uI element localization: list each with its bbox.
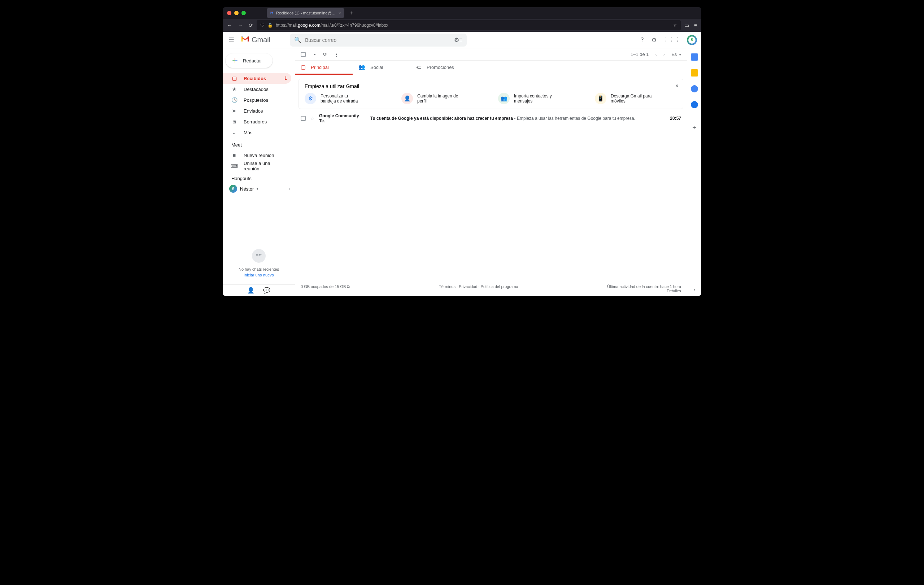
select-all-dropdown[interactable]: ▾ bbox=[314, 53, 316, 56]
video-icon: ■ bbox=[231, 152, 237, 158]
maximize-window-button[interactable] bbox=[241, 11, 246, 15]
sidebar-item-starred[interactable]: ★ Destacados bbox=[223, 84, 291, 94]
browser-window: Recibidos (1) - mastutsonline@… × + ← → … bbox=[223, 7, 701, 296]
gmail-favicon bbox=[270, 11, 274, 15]
hangouts-status-dropdown[interactable]: ▾ bbox=[257, 187, 258, 191]
help-icon[interactable]: ？ bbox=[639, 36, 645, 44]
email-subject-line: Tu cuenta de Google ya está disponible: … bbox=[370, 116, 635, 121]
terms-link[interactable]: Términos bbox=[439, 284, 455, 289]
search-box[interactable]: 🔍 ⚙≡ bbox=[290, 33, 467, 46]
start-new-chat-link[interactable]: Iniciar uno nuevo bbox=[244, 273, 274, 277]
sidebar-item-inbox[interactable]: ▢ Recibidos 1 bbox=[223, 73, 291, 84]
main-menu-icon[interactable]: ☰ bbox=[227, 35, 236, 46]
category-tabs: ▢ Principal 👥 Social 🏷 Promociones bbox=[295, 61, 687, 75]
sidebar-item-more[interactable]: ⌄ Más bbox=[223, 127, 291, 138]
shield-icon[interactable]: 🛡 bbox=[260, 23, 264, 28]
keep-addon-icon[interactable] bbox=[691, 69, 698, 76]
browser-menu-icon[interactable]: ≡ bbox=[694, 22, 697, 28]
privacy-link[interactable]: Privacidad bbox=[459, 284, 477, 289]
account-avatar[interactable]: S bbox=[687, 35, 697, 45]
addressbar: ← → ⟳ 🛡 🔒 https://mail.google.com/mail/u… bbox=[223, 19, 701, 32]
sidebar-item-drafts[interactable]: 🗎 Borradores bbox=[223, 116, 291, 127]
hangouts-tab-icon[interactable]: 💬 bbox=[263, 287, 271, 294]
gmail-logo[interactable]: Gmail bbox=[241, 36, 271, 44]
tab-primary[interactable]: ▢ Principal bbox=[295, 61, 353, 75]
policy-link[interactable]: Política del programa bbox=[481, 284, 518, 289]
url-text: https://mail.google.com/mail/u/0/?zx=4n7… bbox=[276, 23, 670, 28]
keyboard-icon: ⌨ bbox=[231, 163, 237, 169]
back-button[interactable]: ← bbox=[227, 22, 232, 28]
get-addons-button[interactable]: + bbox=[692, 124, 696, 132]
reader-icon[interactable]: ▭ bbox=[684, 22, 689, 28]
compose-label: Redactar bbox=[243, 58, 262, 64]
close-tab-button[interactable]: × bbox=[338, 11, 342, 15]
gs-download-mobile[interactable]: 📱 Descarga Gmail para móviles bbox=[595, 93, 677, 104]
tab-promotions[interactable]: 🏷 Promociones bbox=[410, 61, 468, 75]
chat-bubble-icon: ❝❞ bbox=[252, 249, 266, 263]
inbox-icon: ▢ bbox=[231, 76, 237, 81]
hangouts-new-chat-button[interactable]: + bbox=[288, 186, 290, 192]
url-bar[interactable]: 🛡 🔒 https://mail.google.com/mail/u/0/?zx… bbox=[257, 20, 681, 30]
compose-plus-icon bbox=[231, 57, 239, 65]
minimize-window-button[interactable] bbox=[234, 11, 239, 15]
import-icon: 👥 bbox=[498, 93, 510, 104]
gs-customize-inbox[interactable]: ⚙ Personaliza tu bandeja de entrada bbox=[305, 93, 387, 104]
email-sender: Google Community Te. bbox=[319, 113, 366, 124]
hangouts-user-row[interactable]: S Néstor ▾ + bbox=[223, 183, 295, 194]
sidebar-item-sent[interactable]: ➤ Enviados bbox=[223, 105, 291, 116]
tab-social[interactable]: 👥 Social bbox=[353, 61, 410, 75]
open-external-icon[interactable]: ⧉ bbox=[347, 284, 350, 289]
send-icon: ➤ bbox=[231, 108, 237, 114]
sidebar-item-snoozed[interactable]: 🕓 Pospuestos bbox=[223, 94, 291, 105]
meet-join-meeting[interactable]: ⌨ Unirse a una reunión bbox=[223, 161, 291, 171]
close-window-button[interactable] bbox=[227, 11, 231, 15]
search-filters-icon[interactable]: ⚙≡ bbox=[454, 36, 462, 43]
nav-controls: ← → ⟳ bbox=[227, 22, 253, 28]
gs-close-button[interactable]: × bbox=[675, 82, 678, 89]
star-toggle[interactable]: ☆ bbox=[310, 115, 315, 121]
tag-icon: 🏷 bbox=[416, 64, 422, 70]
storage-info[interactable]: 0 GB ocupados de 15 GB ⧉ bbox=[301, 284, 350, 293]
input-tools-button[interactable]: Es ▾ bbox=[672, 52, 681, 57]
email-checkbox[interactable] bbox=[301, 116, 306, 121]
browser-tab[interactable]: Recibidos (1) - mastutsonline@… × bbox=[267, 8, 344, 18]
next-page-button[interactable]: › bbox=[663, 52, 665, 57]
meet-new-meeting[interactable]: ■ Nueva reunión bbox=[223, 150, 291, 161]
apps-grid-icon[interactable]: ⋮⋮⋮ bbox=[663, 36, 680, 43]
email-row[interactable]: ☆ Google Community Te. Tu cuenta de Goog… bbox=[295, 113, 687, 124]
person-tab-icon[interactable]: 👤 bbox=[247, 287, 254, 294]
gmail-header: ☰ Gmail 🔍 ⚙≡ ？ ⚙ ⋮⋮⋮ S bbox=[223, 32, 701, 48]
search-input[interactable] bbox=[305, 37, 450, 43]
hangouts-header: Hangouts bbox=[223, 171, 295, 183]
details-link[interactable]: Detalles bbox=[667, 289, 681, 293]
prev-page-button[interactable]: ‹ bbox=[655, 52, 657, 57]
select-all-checkbox[interactable] bbox=[301, 52, 306, 57]
gear-icon: ⚙ bbox=[305, 93, 316, 104]
contacts-addon-icon[interactable] bbox=[691, 101, 698, 108]
gs-change-profile[interactable]: 👤 Cambia la imagen de perfil bbox=[401, 93, 483, 104]
chevron-down-icon: ⌄ bbox=[231, 130, 237, 135]
search-icon[interactable]: 🔍 bbox=[294, 36, 301, 43]
gs-import-contacts[interactable]: 👥 Importa contactos y mensajes bbox=[498, 93, 581, 104]
collapse-panel-button[interactable]: › bbox=[693, 287, 695, 292]
sidebar-bottom-tabs: 👤 💬 bbox=[223, 284, 295, 296]
forward-button[interactable]: → bbox=[238, 22, 243, 28]
footer: 0 GB ocupados de 15 GB ⧉ Términos · Priv… bbox=[295, 282, 687, 296]
main-pane: ▾ ⟳ ⋮ 1–1 de 1 ‹ › Es ▾ ▢ Principal bbox=[295, 48, 687, 296]
activity-info: Última actividad de la cuenta: hace 1 ho… bbox=[607, 284, 681, 293]
footer-links: Términos · Privacidad · Política del pro… bbox=[439, 284, 518, 293]
compose-button[interactable]: Redactar bbox=[226, 53, 272, 68]
settings-gear-icon[interactable]: ⚙ bbox=[652, 36, 657, 43]
reload-button[interactable]: ⟳ bbox=[249, 22, 253, 28]
more-actions-button[interactable]: ⋮ bbox=[334, 52, 339, 57]
bookmark-star-icon[interactable]: ☆ bbox=[673, 23, 677, 28]
new-tab-button[interactable]: + bbox=[347, 10, 356, 16]
tasks-addon-icon[interactable] bbox=[691, 85, 698, 92]
mobile-icon: 📱 bbox=[595, 93, 606, 104]
lock-icon[interactable]: 🔒 bbox=[267, 23, 273, 28]
refresh-button[interactable]: ⟳ bbox=[323, 52, 327, 57]
file-icon: 🗎 bbox=[231, 119, 237, 125]
gs-title: Empieza a utilizar Gmail bbox=[305, 83, 677, 89]
toolbar: ▾ ⟳ ⋮ 1–1 de 1 ‹ › Es ▾ bbox=[295, 48, 687, 61]
calendar-addon-icon[interactable] bbox=[691, 53, 698, 61]
